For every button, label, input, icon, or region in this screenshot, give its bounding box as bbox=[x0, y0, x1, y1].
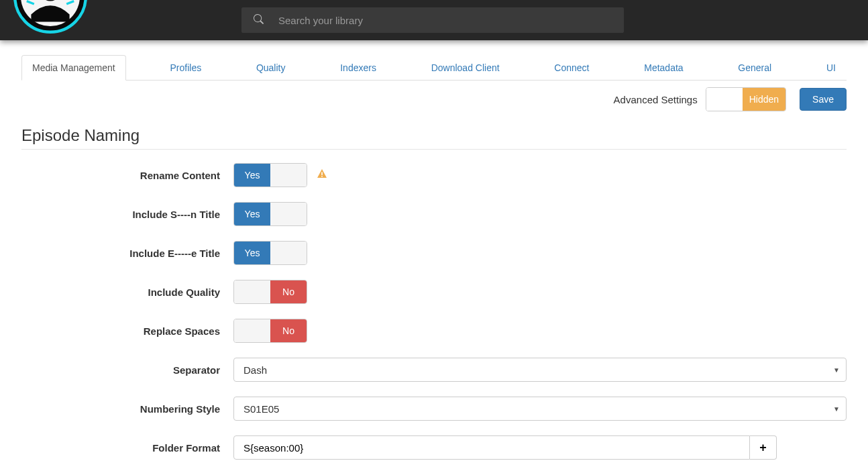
row-separator: Separator Dash ▼ bbox=[21, 358, 847, 382]
search-input[interactable] bbox=[278, 15, 612, 26]
label-include-episode-title: Include E-----e Title bbox=[21, 248, 233, 259]
tab-profiles[interactable]: Profiles bbox=[159, 55, 212, 81]
toggle-include-quality-off bbox=[234, 280, 270, 303]
search-box[interactable] bbox=[241, 7, 624, 33]
toggle-replace-spaces[interactable]: No bbox=[233, 319, 307, 343]
select-numbering-style[interactable]: S01E05 bbox=[233, 397, 847, 421]
search-icon bbox=[254, 14, 264, 26]
toggle-replace-spaces-no: No bbox=[270, 319, 307, 342]
app-logo bbox=[13, 0, 87, 34]
episode-naming-form: Rename Content Yes Include S----n Title … bbox=[21, 163, 847, 460]
toggle-rename-content-off bbox=[270, 164, 307, 187]
row-rename-content: Rename Content Yes bbox=[21, 163, 847, 187]
toggle-include-quality[interactable]: No bbox=[233, 280, 307, 304]
label-replace-spaces: Replace Spaces bbox=[21, 325, 233, 337]
toggle-include-episode-title-yes: Yes bbox=[234, 242, 270, 264]
advanced-settings-toggle[interactable]: Hidden bbox=[706, 87, 786, 111]
tab-metadata[interactable]: Metadata bbox=[633, 55, 694, 81]
settings-tabs: Media Management Profiles Quality Indexe… bbox=[21, 55, 847, 81]
tab-general[interactable]: General bbox=[727, 55, 782, 81]
label-include-season-title: Include S----n Title bbox=[21, 209, 233, 220]
section-title-episode-naming: Episode Naming bbox=[21, 126, 847, 150]
row-replace-spaces: Replace Spaces No bbox=[21, 319, 847, 343]
advanced-settings-label: Advanced Settings bbox=[614, 94, 698, 105]
save-button[interactable]: Save bbox=[800, 88, 847, 111]
tab-download-client[interactable]: Download Client bbox=[421, 55, 510, 81]
row-include-season-title: Include S----n Title Yes bbox=[21, 202, 847, 226]
advanced-settings-value: Hidden bbox=[743, 88, 785, 111]
toggle-rename-content[interactable]: Yes bbox=[233, 163, 307, 187]
label-separator: Separator bbox=[21, 364, 233, 376]
tab-ui[interactable]: UI bbox=[816, 55, 847, 81]
svg-rect-2 bbox=[321, 172, 323, 176]
toggle-include-season-title-yes: Yes bbox=[234, 203, 270, 225]
warning-icon bbox=[317, 168, 327, 182]
label-rename-content: Rename Content bbox=[21, 170, 233, 181]
label-include-quality: Include Quality bbox=[21, 287, 233, 298]
toggle-include-episode-title-off bbox=[270, 242, 307, 264]
row-numbering-style: Numbering Style S01E05 ▼ bbox=[21, 397, 847, 421]
toggle-rename-content-yes: Yes bbox=[234, 164, 270, 187]
label-folder-format: Folder Format bbox=[21, 442, 233, 454]
plus-icon: + bbox=[759, 441, 767, 455]
input-folder-format[interactable] bbox=[233, 435, 750, 460]
select-separator[interactable]: Dash bbox=[233, 358, 847, 382]
advanced-settings-blank bbox=[706, 88, 743, 111]
toggle-replace-spaces-off bbox=[234, 319, 270, 342]
toggle-include-season-title-off bbox=[270, 203, 307, 225]
tab-quality[interactable]: Quality bbox=[246, 55, 296, 81]
row-include-quality: Include Quality No bbox=[21, 280, 847, 304]
toggle-include-quality-no: No bbox=[270, 280, 307, 303]
svg-rect-3 bbox=[321, 176, 323, 177]
toolbar: Advanced Settings Hidden Save bbox=[21, 81, 847, 111]
row-include-episode-title: Include E-----e Title Yes bbox=[21, 241, 847, 265]
tab-connect[interactable]: Connect bbox=[543, 55, 600, 81]
row-folder-format: Folder Format + bbox=[21, 435, 847, 460]
tab-media-management[interactable]: Media Management bbox=[21, 55, 126, 81]
folder-format-add-button[interactable]: + bbox=[750, 435, 777, 460]
toggle-include-episode-title[interactable]: Yes bbox=[233, 241, 307, 265]
tab-indexers[interactable]: Indexers bbox=[329, 55, 387, 81]
app-header bbox=[0, 0, 868, 40]
label-numbering-style: Numbering Style bbox=[21, 403, 233, 415]
toggle-include-season-title[interactable]: Yes bbox=[233, 202, 307, 226]
